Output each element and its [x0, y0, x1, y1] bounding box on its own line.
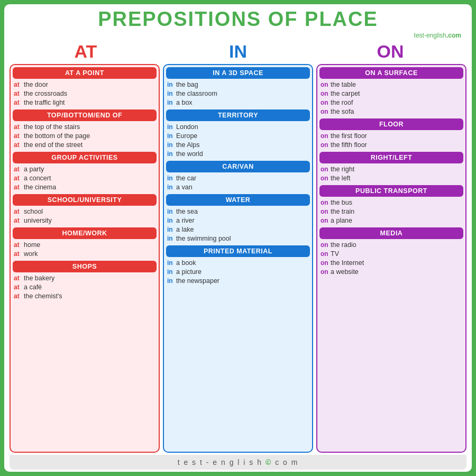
list-item: ata party	[13, 165, 157, 173]
section-header: CAR/VAN	[166, 161, 310, 172]
list-item: atthe door	[13, 80, 157, 89]
list-item: atthe chemist's	[13, 292, 157, 300]
item-text: London	[176, 123, 198, 131]
list-item: onthe fifth floor	[319, 141, 463, 149]
item-text: the sea	[176, 208, 198, 215]
preposition: in	[167, 99, 175, 106]
section-header: WATER	[166, 194, 310, 206]
list-item: atthe crossroads	[13, 89, 157, 98]
list-item: inthe newspaper	[166, 277, 310, 285]
list-item: ina lake	[166, 225, 310, 234]
item-text: the traffic light	[24, 99, 65, 106]
preposition: on	[321, 81, 329, 88]
section-header: PUBLIC TRANSPORT	[319, 185, 463, 197]
website-subtitle: test-english.com	[10, 32, 466, 39]
item-text: a picture	[176, 268, 202, 276]
preposition: in	[167, 175, 175, 182]
preposition: at	[14, 274, 22, 282]
preposition: at	[14, 141, 22, 149]
item-text: the classroom	[176, 90, 217, 97]
item-text: the Internet	[331, 259, 364, 267]
in-column: IN A 3D SPACEinthe baginthe classroomina…	[163, 64, 313, 453]
preposition: in	[167, 90, 175, 97]
item-text: TV	[331, 250, 339, 258]
items-group: atthe bakeryata caféatthe chemist's	[13, 274, 157, 300]
list-item: onthe bus	[319, 198, 463, 207]
list-item: inthe classroom	[166, 89, 310, 98]
list-item: ona plane	[319, 216, 463, 225]
list-item: ina picture	[166, 268, 310, 276]
item-text: the bus	[331, 199, 352, 206]
list-item: athome	[13, 241, 157, 249]
item-text: a van	[176, 184, 193, 191]
item-text: work	[24, 250, 38, 258]
section-header: SCHOOL/UNIVERSITY	[13, 194, 157, 206]
section-header: TOP/BOTTOM/END OF	[13, 109, 157, 121]
preposition: at	[14, 175, 22, 182]
list-item: ata concert	[13, 174, 157, 182]
list-item: atwork	[13, 250, 157, 258]
item-text: the swimming pool	[176, 235, 231, 242]
page-title: PREPOSITIONS OF PLACE	[10, 8, 466, 31]
preposition: at	[14, 166, 22, 173]
content-area: PREPOSITIONS OF PLACE test-english.com A…	[4, 4, 472, 472]
preposition: on	[321, 166, 329, 173]
list-item: atthe traffic light	[13, 98, 157, 107]
items-group: inthe seaina riverina lakeinthe swimming…	[166, 207, 310, 243]
list-item: ona website	[319, 268, 463, 276]
preposition: at	[14, 208, 22, 215]
items-group: atschoolatuniversity	[13, 207, 157, 225]
section-header: HOME/WORK	[13, 227, 157, 239]
preposition: on	[321, 132, 329, 140]
list-item: inthe car	[166, 174, 310, 182]
item-text: the roof	[331, 99, 353, 106]
item-text: a concert	[24, 175, 51, 182]
preposition: at	[14, 217, 22, 224]
preposition: in	[167, 208, 175, 215]
preposition: on	[321, 90, 329, 97]
list-item: onthe left	[319, 174, 463, 182]
list-item: ina box	[166, 98, 310, 107]
section-header: TERRITORY	[166, 109, 310, 121]
preposition: at	[14, 292, 22, 300]
section-header: SHOPS	[13, 261, 157, 272]
section-header: IN A 3D SPACE	[166, 67, 310, 79]
items-group: athomeatwork	[13, 241, 157, 258]
item-text: the bag	[176, 81, 198, 88]
item-text: Europe	[176, 132, 197, 140]
list-item: inthe swimming pool	[166, 234, 310, 243]
item-text: school	[24, 208, 43, 215]
preposition: at	[14, 283, 22, 291]
section-header: GROUP ACTIVITIES	[13, 152, 157, 163]
at-header: AT	[10, 41, 162, 62]
items-group: inLondoninEuropeinthe Alpsinthe world	[166, 123, 310, 158]
item-text: the end of the street	[24, 141, 83, 149]
list-item: inthe Alps	[166, 141, 310, 149]
items-group: ina bookina pictureinthe newspaper	[166, 259, 310, 285]
item-text: a lake	[176, 226, 194, 233]
section-header: ON A SURFACE	[319, 67, 463, 79]
section-header: FLOOR	[319, 118, 463, 130]
items-group: onthe tableonthe carpetonthe roofonthe s…	[319, 80, 463, 116]
item-text: the world	[176, 150, 203, 158]
items-group: onthe busonthe trainona plane	[319, 198, 463, 225]
list-item: atthe bakery	[13, 274, 157, 282]
item-text: the top of the stairs	[24, 123, 80, 131]
preposition: in	[167, 184, 175, 191]
list-item: ina book	[166, 259, 310, 267]
preposition: on	[321, 250, 329, 258]
item-text: a plane	[331, 217, 352, 224]
at-column: AT A POINTatthe dooratthe crossroadsatth…	[10, 64, 160, 453]
item-text: the first floor	[331, 132, 367, 140]
page-container: PREPOSITIONS OF PLACE test-english.com A…	[0, 0, 476, 476]
item-text: a book	[176, 259, 196, 267]
preposition: in	[167, 81, 175, 88]
preposition: on	[321, 99, 329, 106]
list-item: onTV	[319, 250, 463, 258]
item-text: the train	[331, 208, 354, 215]
list-item: inLondon	[166, 123, 310, 131]
items-group: atthe top of the stairsatthe bottom of t…	[13, 123, 157, 149]
items-group: onthe first flooronthe fifth floor	[319, 132, 463, 149]
items-group: inthe carina van	[166, 174, 310, 191]
preposition: on	[321, 175, 329, 182]
